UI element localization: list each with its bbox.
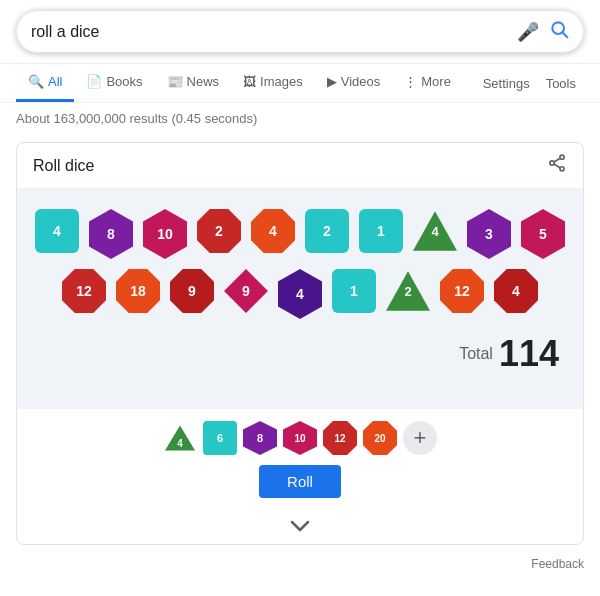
dice-type-6[interactable]: 6 — [203, 421, 237, 455]
mic-icon[interactable]: 🎤 — [517, 21, 539, 43]
search-bar-container: 🎤 — [0, 0, 600, 64]
roll-dice-widget: Roll dice 4 8 10 2 4 2 1 4 3 5 12 — [16, 142, 584, 545]
die-8[interactable]: 4 — [413, 209, 457, 253]
tab-images[interactable]: 🖼 Images — [231, 64, 315, 102]
dice-type-6-label: 6 — [217, 432, 223, 444]
tools-link[interactable]: Tools — [538, 66, 584, 101]
die-10[interactable]: 5 — [521, 209, 565, 259]
die-1[interactable]: 4 — [35, 209, 79, 253]
share-icon[interactable] — [547, 153, 567, 178]
tab-videos[interactable]: ▶ Videos — [315, 64, 393, 102]
tab-all-label: All — [48, 74, 62, 89]
dice-type-20[interactable]: 20 — [363, 421, 397, 455]
tab-more[interactable]: ⋮ More — [392, 64, 463, 102]
search-icon[interactable] — [549, 19, 569, 44]
total-row: Total 114 — [33, 329, 567, 379]
dice-type-4[interactable]: 4 — [163, 421, 197, 455]
images-icon: 🖼 — [243, 74, 256, 89]
dice-type-selector: 4 6 8 10 12 20 + — [163, 421, 437, 455]
die-11[interactable]: 12 — [62, 269, 106, 313]
die-19[interactable]: 4 — [494, 269, 538, 313]
svg-line-5 — [554, 158, 560, 162]
results-info: About 163,000,000 results (0.45 seconds) — [0, 103, 600, 134]
die-7[interactable]: 1 — [359, 209, 403, 253]
die-4[interactable]: 2 — [197, 209, 241, 253]
dice-grid: 4 8 10 2 4 2 1 4 3 5 12 18 9 9 4 1 2 12 … — [33, 209, 567, 319]
total-label: Total — [459, 345, 493, 363]
tab-all[interactable]: 🔍 All — [16, 64, 74, 102]
feedback-link[interactable]: Feedback — [0, 553, 600, 575]
die-14[interactable]: 9 — [224, 269, 268, 313]
roll-button[interactable]: Roll — [259, 465, 341, 498]
settings-link[interactable]: Settings — [475, 66, 538, 101]
die-5[interactable]: 4 — [251, 209, 295, 253]
tab-books[interactable]: 📄 Books — [74, 64, 154, 102]
more-icon: ⋮ — [404, 74, 417, 89]
dice-type-8[interactable]: 8 — [243, 421, 277, 455]
total-value: 114 — [499, 333, 559, 375]
widget-title: Roll dice — [33, 157, 94, 175]
widget-header: Roll dice — [17, 143, 583, 189]
die-9[interactable]: 3 — [467, 209, 511, 259]
tab-books-label: Books — [106, 74, 142, 89]
expand-row[interactable] — [17, 510, 583, 544]
all-icon: 🔍 — [28, 74, 44, 89]
svg-point-4 — [560, 167, 564, 171]
die-17[interactable]: 2 — [386, 269, 430, 313]
tab-news-label: News — [187, 74, 220, 89]
dice-area: 4 8 10 2 4 2 1 4 3 5 12 18 9 9 4 1 2 12 … — [17, 189, 583, 409]
die-15[interactable]: 4 — [278, 269, 322, 319]
die-18[interactable]: 12 — [440, 269, 484, 313]
die-16[interactable]: 1 — [332, 269, 376, 313]
die-12[interactable]: 18 — [116, 269, 160, 313]
add-dice-button[interactable]: + — [403, 421, 437, 455]
die-3[interactable]: 10 — [143, 209, 187, 259]
tab-more-label: More — [421, 74, 451, 89]
tab-news[interactable]: 📰 News — [155, 64, 232, 102]
svg-point-3 — [550, 161, 554, 165]
die-2[interactable]: 8 — [89, 209, 133, 259]
dice-type-10[interactable]: 10 — [283, 421, 317, 455]
svg-line-6 — [554, 164, 560, 168]
dice-type-12[interactable]: 12 — [323, 421, 357, 455]
nav-tabs: 🔍 All 📄 Books 📰 News 🖼 Images ▶ Videos ⋮… — [0, 64, 600, 103]
dice-controls: 4 6 8 10 12 20 + Roll — [17, 409, 583, 510]
search-input-wrapper: 🎤 — [16, 10, 584, 53]
die-6[interactable]: 2 — [305, 209, 349, 253]
svg-line-1 — [563, 33, 568, 38]
books-icon: 📄 — [86, 74, 102, 89]
svg-point-2 — [560, 155, 564, 159]
videos-icon: ▶ — [327, 74, 337, 89]
die-13[interactable]: 9 — [170, 269, 214, 313]
tab-videos-label: Videos — [341, 74, 381, 89]
search-input[interactable] — [31, 23, 517, 41]
news-icon: 📰 — [167, 74, 183, 89]
tab-images-label: Images — [260, 74, 303, 89]
